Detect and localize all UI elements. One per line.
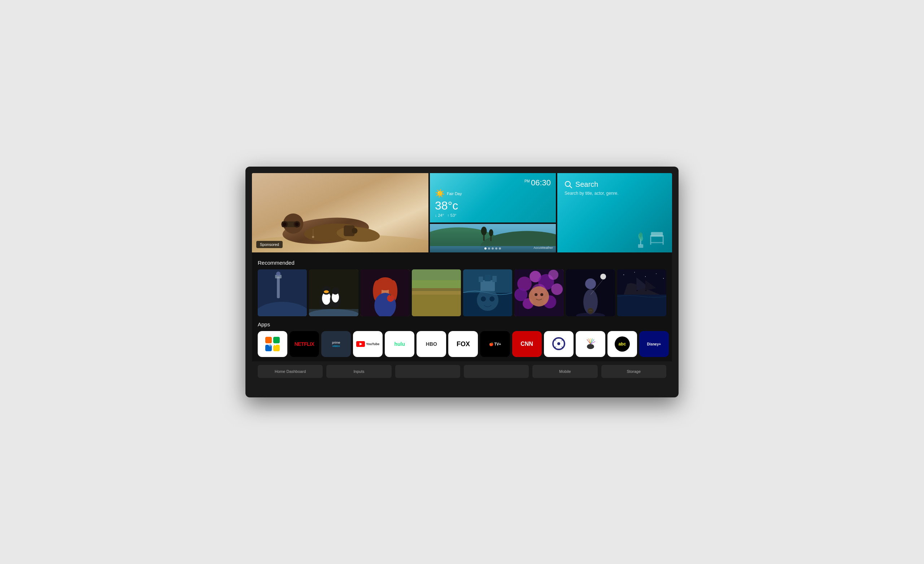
svg-point-79 — [481, 296, 486, 301]
svg-rect-49 — [309, 309, 358, 316]
rec-item-7[interactable] — [566, 269, 615, 316]
svg-point-127 — [554, 340, 556, 347]
svg-point-96 — [534, 293, 537, 296]
hero-image — [252, 173, 428, 253]
chair-decor — [646, 227, 668, 249]
app-abc[interactable]: abc — [608, 331, 637, 357]
hero-right[interactable]: Search Search by title, actor, genre. — [557, 173, 672, 253]
dot-5 — [499, 247, 501, 250]
dot-1 — [484, 247, 486, 250]
youtube-label: YouTube — [356, 341, 380, 347]
nbc-logo: NBC NEWS — [582, 337, 600, 352]
hero-section: Sponsored PM 06:30 ☀️ Fair Day 38°c — [252, 173, 672, 253]
disney-label: Disney+ — [647, 342, 661, 346]
nav-home[interactable]: Home Dashboard — [258, 365, 322, 378]
recommended-title: Recommended — [258, 260, 666, 266]
recommended-row — [258, 269, 666, 316]
app-nbc[interactable]: NBC NEWS — [576, 331, 605, 357]
nav-blank1[interactable] — [395, 365, 460, 378]
app-disney[interactable]: Disney+ — [639, 331, 669, 357]
app-hbo[interactable]: HBO — [417, 331, 446, 357]
svg-point-14 — [312, 236, 314, 238]
svg-rect-26 — [651, 232, 663, 236]
svg-rect-60 — [412, 287, 461, 295]
app-cbs[interactable]: CBS — [544, 331, 573, 357]
app-youtube[interactable]: YouTube — [353, 331, 382, 357]
svg-point-8 — [295, 223, 298, 226]
svg-rect-57 — [390, 294, 391, 296]
svg-point-89 — [548, 270, 558, 280]
app-appletv[interactable]: 🍎 TV+ — [480, 331, 510, 357]
hbo-label: HBO — [426, 341, 437, 347]
rec-item-6[interactable] — [514, 269, 563, 316]
svg-line-134 — [589, 339, 591, 344]
landscape-card[interactable]: AccuWeather — [430, 224, 556, 253]
svg-rect-27 — [650, 236, 651, 245]
svg-text:CH+: CH+ — [268, 343, 276, 347]
tv-stand — [440, 379, 484, 387]
svg-rect-37 — [277, 277, 280, 298]
nav-mobile[interactable]: Mobile — [532, 365, 597, 378]
cbs-logo: CBS — [552, 337, 566, 352]
svg-point-7 — [283, 223, 286, 226]
svg-point-80 — [489, 296, 495, 301]
hero-main[interactable]: Sponsored — [252, 173, 428, 253]
svg-rect-30 — [638, 244, 643, 248]
app-ch[interactable]: CH+ — [258, 331, 287, 357]
svg-rect-116 — [617, 295, 666, 316]
svg-point-126 — [557, 342, 560, 345]
youtube-icon — [356, 341, 365, 347]
rec-item-8[interactable] — [617, 269, 666, 316]
svg-line-137 — [591, 340, 594, 344]
plant-decor — [635, 231, 646, 249]
nav-blank2[interactable] — [464, 365, 529, 378]
nav-storage[interactable]: Storage — [602, 365, 666, 378]
svg-rect-84 — [485, 275, 490, 281]
svg-point-20 — [481, 227, 487, 235]
svg-line-24 — [570, 186, 572, 188]
svg-point-110 — [656, 273, 657, 274]
fox-label: FOX — [457, 340, 470, 348]
rec-item-1[interactable] — [258, 269, 307, 316]
apps-row: CH+ NETFLIX prime video — [258, 331, 666, 357]
svg-point-34 — [639, 232, 642, 237]
svg-point-44 — [324, 290, 329, 293]
app-fox[interactable]: FOX — [448, 331, 478, 357]
svg-point-97 — [540, 293, 543, 296]
svg-point-108 — [634, 272, 635, 272]
rec-item-4[interactable] — [412, 269, 461, 316]
tv-frame: Sponsored PM 06:30 ☀️ Fair Day 38°c — [245, 167, 679, 397]
svg-text:CBS: CBS — [555, 350, 562, 351]
temperature: 38°c — [435, 199, 551, 212]
svg-point-107 — [623, 274, 624, 275]
svg-point-39 — [276, 272, 280, 276]
svg-point-47 — [332, 287, 339, 295]
hulu-label: hulu — [394, 341, 405, 347]
svg-rect-28 — [663, 236, 664, 245]
search-section: Search Search by title, actor, genre. — [564, 180, 668, 196]
search-icon — [564, 181, 573, 188]
svg-rect-59 — [412, 291, 461, 316]
rec-item-3[interactable] — [361, 269, 410, 316]
rec-item-5[interactable] — [463, 269, 512, 316]
app-hulu[interactable]: hulu — [385, 331, 414, 357]
svg-point-104 — [588, 308, 593, 314]
weather-card[interactable]: PM 06:30 ☀️ Fair Day 38°c ↓ 24° ↑ 53° — [430, 173, 556, 223]
app-prime[interactable]: prime video — [321, 331, 351, 357]
app-cnn[interactable]: CNN — [512, 331, 542, 357]
svg-point-99 — [585, 278, 596, 289]
nav-inputs[interactable]: Inputs — [326, 365, 391, 378]
ch-logo: CH+ — [265, 336, 280, 352]
rec-item-2[interactable] — [309, 269, 358, 316]
temp-range: ↓ 24° ↑ 53° — [435, 213, 551, 217]
netflix-label: NETFLIX — [294, 341, 314, 347]
hero-middle: PM 06:30 ☀️ Fair Day 38°c ↓ 24° ↑ 53° — [430, 173, 556, 253]
svg-point-78 — [477, 289, 498, 311]
abc-logo: abc — [615, 337, 630, 352]
weather-condition: Fair Day — [447, 191, 462, 196]
apps-title: Apps — [258, 321, 666, 328]
app-netflix[interactable]: NETFLIX — [290, 331, 319, 357]
svg-point-12 — [351, 228, 357, 234]
dot-2 — [488, 247, 490, 250]
svg-point-130 — [555, 346, 562, 349]
